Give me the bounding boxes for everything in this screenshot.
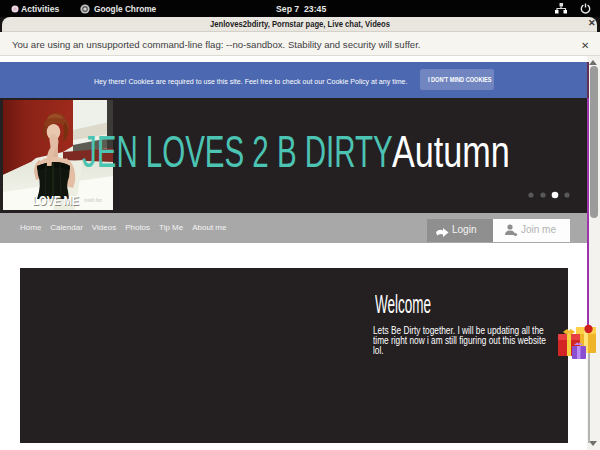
svg-text:misfit.fan: misfit.fan	[84, 198, 103, 203]
svg-text:LOVE ME: LOVE ME	[33, 193, 80, 208]
